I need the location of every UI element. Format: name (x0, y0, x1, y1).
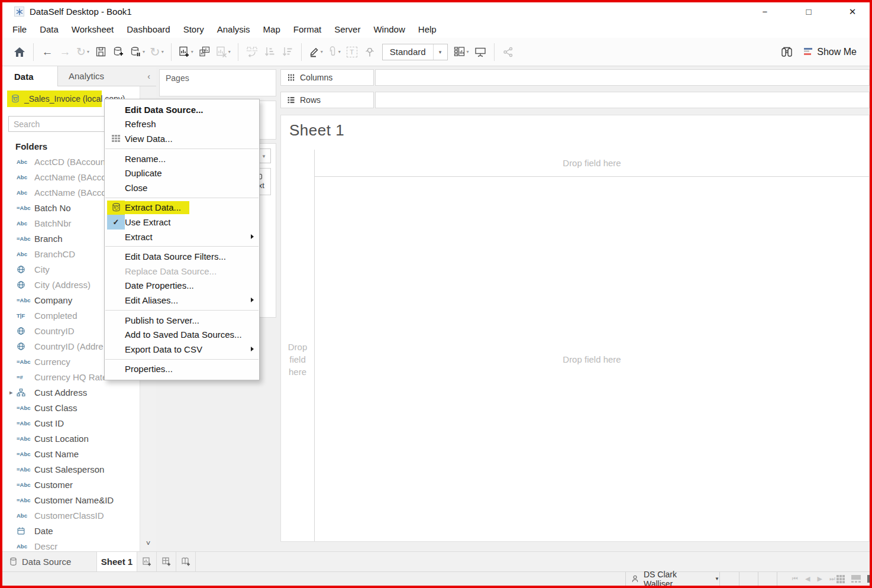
expander-icon[interactable]: ▸ (9, 389, 13, 396)
run-update-button[interactable]: ↻▾ (147, 43, 166, 62)
menu-separator (105, 310, 259, 311)
field-item[interactable]: =AbcCust Class (2, 400, 140, 415)
minimize-button[interactable]: − (756, 7, 774, 17)
menu-data[interactable]: Data (33, 22, 65, 37)
show-hide-cards-button[interactable]: ▾ (451, 43, 471, 62)
single-sheet-view-button[interactable] (867, 575, 872, 583)
menu-item-view-data[interactable]: View Data... (105, 131, 259, 146)
menu-item-use-extract[interactable]: ✓Use Extract (105, 215, 259, 230)
tab-data-source[interactable]: Data Source (2, 552, 97, 571)
new-dashboard-tab-button[interactable] (157, 552, 176, 571)
save-button[interactable] (92, 43, 109, 62)
field-item[interactable]: AbcDescr (2, 538, 140, 551)
swap-rows-columns-button[interactable] (243, 43, 261, 62)
redo-button[interactable]: → (56, 43, 74, 62)
drop-zone-rows[interactable]: Dropfieldhere (281, 177, 314, 541)
tab-sheet-1[interactable]: Sheet 1 (97, 552, 137, 571)
menu-item-date-properties[interactable]: Date Properties... (105, 279, 259, 293)
field-item[interactable]: =AbcCust ID (2, 415, 140, 431)
sort-descending-button[interactable] (279, 43, 296, 62)
scroll-down-icon[interactable]: ˅ (140, 539, 156, 548)
home-button[interactable] (11, 43, 28, 62)
field-item[interactable]: =AbcCust Salesperson (2, 461, 140, 477)
user-menu[interactable]: DS Clark Walliser ▼ (625, 572, 720, 586)
group-members-button[interactable]: ▾ (325, 43, 343, 62)
menu-item-export-data-to-csv[interactable]: Export Data to CSV (105, 342, 259, 357)
menu-window[interactable]: Window (367, 22, 411, 37)
new-worksheet-button[interactable]: ▾ (176, 43, 196, 62)
field-item[interactable]: =AbcCustomer (2, 477, 140, 492)
menu-item-edit-data-source[interactable]: Edit Data Source... (105, 102, 259, 117)
close-button[interactable]: ✕ (844, 7, 861, 17)
previous-sheet-button[interactable]: ◀ (805, 575, 810, 583)
first-sheet-button[interactable]: ⏮ (792, 575, 798, 583)
menu-item-publish-to-server[interactable]: Publish to Server... (105, 313, 259, 328)
columns-shelf[interactable] (375, 69, 870, 86)
new-data-source-button[interactable] (109, 43, 127, 62)
data-pane-tabs: Data Analytics ‹ (2, 66, 156, 86)
calc-abc-field-icon: =Abc (17, 497, 34, 503)
drop-zone-columns[interactable]: Drop field here (315, 150, 869, 177)
pages-card[interactable]: Pages (159, 69, 276, 96)
menu-item-close[interactable]: Close (105, 180, 259, 195)
show-me-button[interactable]: Show Me (804, 47, 857, 57)
field-item[interactable]: ▸Cust Address (2, 385, 140, 400)
field-item[interactable]: AbcCustomerClassID (2, 508, 140, 523)
menu-bar: FileDataWorksheetDashboardStoryAnalysisM… (2, 21, 870, 38)
new-story-tab-button[interactable] (176, 552, 196, 571)
duplicate-sheet-button[interactable] (196, 43, 214, 62)
menu-item-extract[interactable]: Extract (105, 230, 259, 244)
field-label: AcctCD (BAccoun (34, 157, 105, 167)
find-button[interactable] (778, 43, 796, 62)
menu-dashboard[interactable]: Dashboard (120, 22, 176, 37)
clear-sheet-button[interactable]: ▾ (214, 43, 233, 62)
menu-story[interactable]: Story (177, 22, 211, 37)
menu-server[interactable]: Server (328, 22, 367, 37)
menu-item-extract-data[interactable]: Extract Data... (105, 201, 259, 215)
menu-item-refresh[interactable]: Refresh (105, 117, 259, 132)
field-item[interactable]: Date (2, 523, 140, 538)
rows-shelf[interactable] (375, 92, 870, 108)
show-mark-labels-button[interactable]: T (343, 43, 361, 62)
pause-auto-updates-button[interactable]: ▾ (127, 43, 147, 62)
menu-format[interactable]: Format (287, 22, 328, 37)
tab-analytics[interactable]: Analytics ‹ (58, 66, 156, 86)
calc-abc-field-icon: =Abc (17, 466, 34, 473)
field-label: Company (34, 295, 72, 305)
fix-axes-button[interactable] (361, 43, 379, 62)
field-item[interactable]: =AbcCustomer Name&ID (2, 492, 140, 508)
menu-item-properties[interactable]: Properties... (105, 362, 259, 377)
collapse-pane-icon[interactable]: ‹ (147, 72, 150, 81)
filmstrip-view-button[interactable] (851, 575, 861, 583)
field-item[interactable]: =AbcCust Location (2, 431, 140, 446)
presentation-mode-button[interactable] (471, 43, 489, 62)
abc-field-icon: Abc (17, 159, 34, 165)
menu-map[interactable]: Map (257, 22, 287, 37)
last-sheet-button[interactable]: ⏭ (829, 575, 835, 583)
menu-file[interactable]: File (6, 22, 33, 37)
next-sheet-button[interactable]: ▶ (817, 575, 822, 583)
tab-data[interactable]: Data (2, 66, 58, 86)
highlight-button[interactable]: ▾ (306, 43, 325, 62)
menu-item-icon-slot (107, 180, 125, 195)
menu-item-duplicate[interactable]: Duplicate (105, 166, 259, 180)
menu-worksheet[interactable]: Worksheet (65, 22, 120, 37)
fit-selector[interactable]: Standard ▾ (382, 44, 448, 60)
menu-item-edit-data-source-filters[interactable]: Edit Data Source Filters... (105, 249, 259, 264)
replay-button[interactable]: ↻▾ (74, 43, 92, 62)
menu-analysis[interactable]: Analysis (211, 22, 257, 37)
menu-item-edit-aliases[interactable]: Edit Aliases... (105, 293, 259, 308)
share-button[interactable] (499, 43, 517, 62)
fit-selector-arrow[interactable]: ▾ (433, 44, 447, 60)
maximize-button[interactable]: □ (800, 7, 818, 17)
sort-ascending-button[interactable] (261, 43, 279, 62)
drop-zone-main[interactable]: Drop field here (315, 177, 869, 541)
new-worksheet-tab-button[interactable] (137, 552, 157, 571)
field-item[interactable]: =AbcCust Name (2, 446, 140, 461)
field-label: Cust Address (34, 387, 87, 398)
menu-item-rename[interactable]: Rename... (105, 151, 259, 166)
menu-item-add-to-saved-data-sources[interactable]: Add to Saved Data Sources... (105, 327, 259, 342)
show-tabs-view-button[interactable] (837, 575, 845, 583)
undo-button[interactable]: ← (38, 43, 56, 62)
menu-help[interactable]: Help (412, 22, 443, 37)
